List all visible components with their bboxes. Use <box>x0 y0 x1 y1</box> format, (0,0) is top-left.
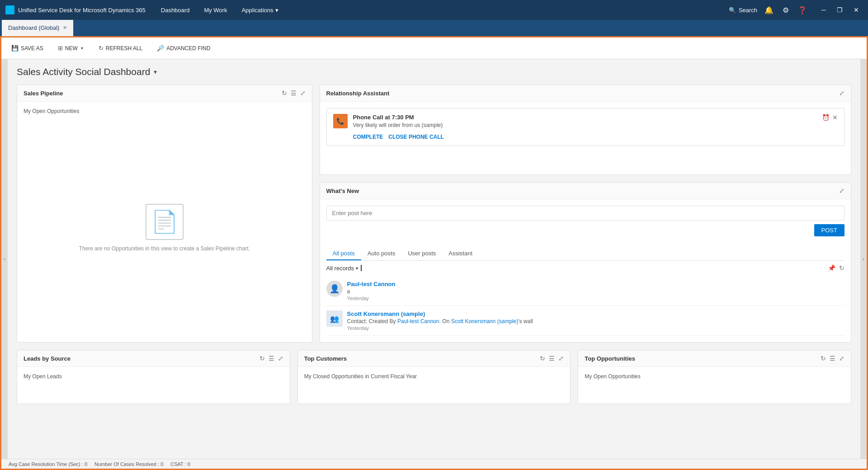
ra-complete-button[interactable]: COMPLETE <box>353 134 383 140</box>
tab-dashboard-global[interactable]: Dashboard (Global) ✕ <box>2 20 73 36</box>
nav-mywork[interactable]: My Work <box>198 3 233 17</box>
refresh-icon: ↻ <box>99 45 104 52</box>
new-dropdown-arrow[interactable]: ▾ <box>80 45 84 52</box>
customers-list[interactable]: ☰ <box>549 355 555 362</box>
new-icon: ⊞ <box>58 45 63 52</box>
tab-user-posts[interactable]: User posts <box>401 247 442 260</box>
minimize-button[interactable]: ─ <box>818 5 830 15</box>
customers-expand[interactable]: ⤢ <box>558 355 564 362</box>
tab-all-posts[interactable]: All posts <box>326 247 361 260</box>
status-cases-resolved: Number Of Cases Resolved : 0 <box>94 461 163 467</box>
feed-link-2[interactable]: Scott Konersmann (sample) <box>451 318 519 324</box>
ra-snooze-button[interactable]: ⏰ <box>822 114 830 121</box>
close-button[interactable]: ✕ <box>850 5 863 15</box>
feed-actions: 📌 ↻ <box>828 264 844 272</box>
top-customers-actions: ↻ ☰ ⤢ <box>540 355 564 362</box>
ra-card-controls: ⏰ ✕ <box>822 114 838 121</box>
title-bar-nav: Dashboard My Work Applications ▾ <box>155 3 729 17</box>
opportunities-list[interactable]: ☰ <box>830 355 835 362</box>
toolbar: 💾 SAVE AS ⊞ NEW ▾ ↻ REFRESH ALL 🔎 ADVANC… <box>1 38 867 59</box>
leads-refresh[interactable]: ↻ <box>259 355 265 362</box>
window-controls: ─ ❐ ✕ <box>818 5 863 15</box>
sales-pipeline-body: My Open Opportunities 📄 There are no Opp… <box>17 102 312 342</box>
sales-pipeline-title: Sales Pipeline <box>24 90 63 97</box>
content-wrapper: › Sales Activity Social Dashboard ▾ Sale… <box>1 59 867 459</box>
opportunities-expand[interactable]: ⤢ <box>839 355 844 362</box>
ra-header: Relationship Assistant ⤢ <box>320 85 851 102</box>
nav-applications[interactable]: Applications ▾ <box>235 3 284 17</box>
feed-item-name-2[interactable]: Scott Konersmann (sample) <box>347 310 844 317</box>
dashboard-area: Sales Activity Social Dashboard ▾ Sales … <box>8 59 860 459</box>
feed-item-content-2: Scott Konersmann (sample) Contact: Creat… <box>347 310 844 331</box>
feed-list: 👤 Paul-test Cannon a Yesterday � <box>326 276 844 336</box>
feed-item: 👥 Scott Konersmann (sample) Contact: Cre… <box>326 306 844 336</box>
help-button[interactable]: ❓ <box>796 4 809 16</box>
notifications-button[interactable]: 🔔 <box>763 4 775 16</box>
leads-by-source-header: Leads by Source ↻ ☰ ⤢ <box>17 350 290 367</box>
empty-state-text: There are no Opportunities in this view … <box>79 245 250 252</box>
ra-body: 📞 Phone Call at 7:30 PM Very likely will… <box>320 102 851 174</box>
ra-card-title: Phone Call at 7:30 PM <box>353 114 816 121</box>
filter-icon: 🔎 <box>157 45 164 52</box>
app-name: Unified Service Desk for Microsoft Dynam… <box>18 7 146 14</box>
top-opportunities-actions: ↻ ☰ ⤢ <box>821 355 844 362</box>
sales-pipeline-list[interactable]: ☰ <box>291 89 297 97</box>
leads-by-source-actions: ↻ ☰ ⤢ <box>259 355 283 362</box>
advanced-find-button[interactable]: 🔎 ADVANCED FIND <box>154 43 213 53</box>
feed-avatar-person: 👤 <box>326 281 343 297</box>
post-button[interactable]: POST <box>814 224 844 236</box>
tab-close-button[interactable]: ✕ <box>63 25 67 31</box>
tab-auto-posts[interactable]: Auto posts <box>361 247 401 260</box>
main-content: 💾 SAVE AS ⊞ NEW ▾ ↻ REFRESH ALL 🔎 ADVANC… <box>0 36 868 470</box>
feed-item-text: a <box>347 288 844 295</box>
ra-expand[interactable]: ⤢ <box>839 89 844 97</box>
ra-dismiss-button[interactable]: ✕ <box>832 114 838 121</box>
ra-card-subtitle: Very likely will order from us (sample) <box>353 122 816 128</box>
feed-link[interactable]: Paul-test Cannon <box>397 318 439 324</box>
post-input[interactable] <box>326 206 844 221</box>
top-customers-title: Top Customers <box>304 355 347 362</box>
left-sidebar-toggle[interactable]: › <box>1 59 8 459</box>
top-opportunities-body: My Open Opportunities <box>578 367 851 404</box>
feed-item-name[interactable]: Paul-test Cannon <box>347 281 844 287</box>
feed-refresh-button[interactable]: ↻ <box>839 264 844 272</box>
feed-item: 👤 Paul-test Cannon a Yesterday <box>326 276 844 306</box>
ra-card-actions: COMPLETE CLOSE PHONE CALL <box>353 134 816 140</box>
status-bar: Avg Case Resolution Time (Sec) : 0 Numbe… <box>1 459 867 469</box>
new-button[interactable]: ⊞ NEW ▾ <box>55 43 87 53</box>
feed-tabs: All posts Auto posts User posts Assistan… <box>326 247 844 261</box>
dashboard-title-dropdown[interactable]: ▾ <box>154 68 157 75</box>
right-sidebar-toggle[interactable]: ‹ <box>860 59 867 459</box>
top-customers-panel: Top Customers ↻ ☰ ⤢ My Closed Opportunit… <box>297 350 571 404</box>
leads-expand[interactable]: ⤢ <box>278 355 283 362</box>
top-opportunities-panel: Top Opportunities ↻ ☰ ⤢ My Open Opportun… <box>578 350 851 404</box>
sales-pipeline-expand[interactable]: ⤢ <box>300 89 306 97</box>
whats-new-expand[interactable]: ⤢ <box>839 187 844 194</box>
dashboard-top-grid: Sales Pipeline ↻ ☰ ⤢ My Open Opportuniti… <box>17 85 851 343</box>
title-bar: Unified Service Desk for Microsoft Dynam… <box>0 0 868 20</box>
customers-refresh[interactable]: ↻ <box>540 355 545 362</box>
maximize-button[interactable]: ❐ <box>833 5 846 15</box>
settings-button[interactable]: ⚙ <box>781 4 791 16</box>
ra-actions: ⤢ <box>839 89 844 97</box>
ra-title: Relationship Assistant <box>326 90 390 97</box>
feed-filter-dropdown[interactable]: All records ▾ <box>326 265 362 272</box>
title-bar-right: 🔍 Search 🔔 ⚙ ❓ ─ ❐ ✕ <box>729 4 863 16</box>
nav-dashboard[interactable]: Dashboard <box>155 3 196 17</box>
tab-assistant[interactable]: Assistant <box>442 247 479 260</box>
customers-subtitle: My Closed Opportunities in Current Fisca… <box>304 373 564 380</box>
sales-pipeline-actions: ↻ ☰ ⤢ <box>282 89 306 97</box>
sales-pipeline-refresh[interactable]: ↻ <box>282 89 287 97</box>
search-button[interactable]: 🔍 Search <box>729 7 757 14</box>
ra-close-phone-call-button[interactable]: CLOSE PHONE CALL <box>388 134 444 140</box>
refresh-all-button[interactable]: ↻ REFRESH ALL <box>96 43 145 53</box>
top-opportunities-title: Top Opportunities <box>585 355 635 362</box>
opportunities-refresh[interactable]: ↻ <box>821 355 826 362</box>
save-as-button[interactable]: 💾 SAVE AS <box>9 43 46 53</box>
whats-new-panel: What's New ⤢ POST Al <box>320 182 851 343</box>
feed-pin-button[interactable]: 📌 <box>828 264 835 272</box>
leads-list[interactable]: ☰ <box>269 355 274 362</box>
whats-new-body: POST All posts Auto posts User posts Ass… <box>320 199 851 342</box>
top-customers-body: My Closed Opportunities in Current Fisca… <box>298 367 571 404</box>
empty-state-icon: 📄 <box>146 204 184 240</box>
